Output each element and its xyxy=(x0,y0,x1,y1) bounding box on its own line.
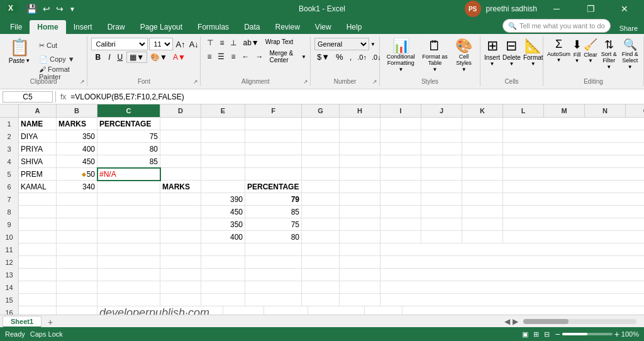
cell-b8[interactable] xyxy=(57,206,97,218)
cell-j8[interactable] xyxy=(421,206,462,218)
col-header-k[interactable]: K xyxy=(462,104,503,117)
cell-a9[interactable] xyxy=(19,218,57,231)
cell-c7[interactable] xyxy=(97,193,160,206)
cell-i6[interactable] xyxy=(380,181,421,193)
col-header-e[interactable]: E xyxy=(201,104,245,117)
cell-d13[interactable] xyxy=(160,269,201,281)
cell-k3[interactable] xyxy=(462,143,503,155)
formula-input[interactable] xyxy=(68,92,641,101)
cell-j6[interactable] xyxy=(421,181,462,193)
cell-b15[interactable] xyxy=(57,294,97,306)
col-header-g[interactable]: G xyxy=(302,104,340,117)
col-header-d[interactable]: D xyxy=(160,104,201,117)
cell-f7[interactable]: 79 xyxy=(245,193,302,206)
cell-b13[interactable] xyxy=(57,269,97,281)
cell-c8[interactable] xyxy=(97,206,160,218)
cell-k7[interactable] xyxy=(462,193,503,206)
tab-help[interactable]: Help xyxy=(339,20,370,34)
merge-btn[interactable]: Merge & Center xyxy=(267,49,300,64)
clear-btn[interactable]: 🧹 Clear ▼ xyxy=(584,38,597,64)
zoom-out-btn[interactable]: − xyxy=(555,329,560,339)
cell-a16[interactable] xyxy=(19,306,57,315)
accounting-btn[interactable]: $▼ xyxy=(314,52,332,62)
col-header-l[interactable]: L xyxy=(503,104,544,117)
underline-btn[interactable]: U xyxy=(114,52,126,62)
cell-c4[interactable]: 85 xyxy=(97,155,160,168)
cell-h1[interactable] xyxy=(340,118,380,130)
indent-decrease-btn[interactable]: ← xyxy=(239,52,252,62)
cell-e12[interactable] xyxy=(201,256,245,269)
cell-a15[interactable] xyxy=(19,294,57,306)
col-header-a[interactable]: A xyxy=(19,104,57,117)
cell-e14[interactable] xyxy=(201,281,245,294)
cell-i9[interactable] xyxy=(380,218,421,231)
col-header-f[interactable]: F xyxy=(245,104,302,117)
cell-d9[interactable] xyxy=(160,218,201,231)
cell-h5[interactable] xyxy=(340,168,380,181)
cell-b12[interactable] xyxy=(57,256,97,269)
cell-f9[interactable]: 75 xyxy=(245,218,302,231)
wrap-text-btn[interactable]: Wrap Text xyxy=(263,38,296,48)
cell-g5[interactable] xyxy=(302,168,340,181)
cell-j5[interactable] xyxy=(421,168,462,181)
close-btn[interactable]: ✕ xyxy=(610,0,639,18)
cell-g1[interactable] xyxy=(302,118,340,130)
bold-btn[interactable]: B xyxy=(91,52,104,63)
share-button[interactable]: Share xyxy=(613,23,644,34)
cell-j4[interactable] xyxy=(421,155,462,168)
cell-i4[interactable] xyxy=(380,155,421,168)
cell-j7[interactable] xyxy=(421,193,462,206)
cell-h6[interactable] xyxy=(340,181,380,193)
cell-b7[interactable] xyxy=(57,193,97,206)
tab-review[interactable]: Review xyxy=(267,20,307,34)
tab-formulas[interactable]: Formulas xyxy=(190,20,236,34)
cell-h15[interactable] xyxy=(340,294,380,306)
cell-f12[interactable] xyxy=(245,256,302,269)
cell-i2[interactable] xyxy=(380,130,421,143)
cell-f16[interactable] xyxy=(308,306,365,315)
cell-b6[interactable]: 340 xyxy=(57,181,97,193)
cell-i5[interactable] xyxy=(380,168,421,181)
paste-dropdown[interactable]: ▼ xyxy=(25,58,30,64)
paste-btn[interactable]: 📋 Paste ▼ xyxy=(4,38,35,64)
cell-i3[interactable] xyxy=(380,143,421,155)
cell-g9[interactable] xyxy=(302,218,340,231)
cell-g8[interactable] xyxy=(302,206,340,218)
cell-e4[interactable] xyxy=(201,155,245,168)
tab-home[interactable]: Home xyxy=(30,20,65,34)
cell-g7[interactable] xyxy=(302,193,340,206)
cell-g4[interactable] xyxy=(302,155,340,168)
cell-d10[interactable] xyxy=(160,231,201,243)
cell-d8[interactable] xyxy=(160,206,201,218)
cell-g6[interactable] xyxy=(302,181,340,193)
cell-d5[interactable] xyxy=(160,168,201,181)
row-num-9[interactable]: 9 xyxy=(0,218,19,231)
cell-e16[interactable] xyxy=(264,306,308,315)
tab-draw[interactable]: Draw xyxy=(100,20,133,34)
number-format-dropdown[interactable]: ▼ xyxy=(370,42,375,47)
align-center-btn[interactable]: ☰ xyxy=(215,52,227,62)
delete-btn[interactable]: ⊟ Delete ▼ xyxy=(502,38,521,67)
font-expand[interactable]: ↗ xyxy=(193,79,198,85)
cell-j2[interactable] xyxy=(421,130,462,143)
format-painter-btn[interactable]: 🖌 Format Painter xyxy=(36,67,83,79)
cell-e15[interactable] xyxy=(201,294,245,306)
cell-e8[interactable]: 450 xyxy=(201,206,245,218)
cell-f6[interactable]: PERCENTAGE xyxy=(245,181,302,193)
cell-h11[interactable] xyxy=(340,243,380,256)
cell-c13[interactable] xyxy=(97,269,160,281)
cell-e7[interactable]: 390 xyxy=(201,193,245,206)
cell-a5[interactable]: PREM xyxy=(19,168,57,181)
autosum-btn[interactable]: Σ AutoSum ▼ xyxy=(547,38,570,63)
cell-h12[interactable] xyxy=(340,256,380,269)
indent-increase-btn[interactable]: → xyxy=(253,52,265,62)
tab-data[interactable]: Data xyxy=(236,20,267,34)
row-num-7[interactable]: 7 xyxy=(0,193,19,206)
tab-file[interactable]: File xyxy=(3,20,30,34)
row-num-4[interactable]: 4 xyxy=(0,155,19,168)
cell-e11[interactable] xyxy=(201,243,245,256)
cell-a2[interactable]: DIYA xyxy=(19,130,57,143)
percent-btn[interactable]: % xyxy=(333,52,346,62)
tell-me-box[interactable]: 🔍 Tell me what you want to do xyxy=(502,19,611,33)
zoom-in-btn[interactable]: + xyxy=(614,329,619,339)
